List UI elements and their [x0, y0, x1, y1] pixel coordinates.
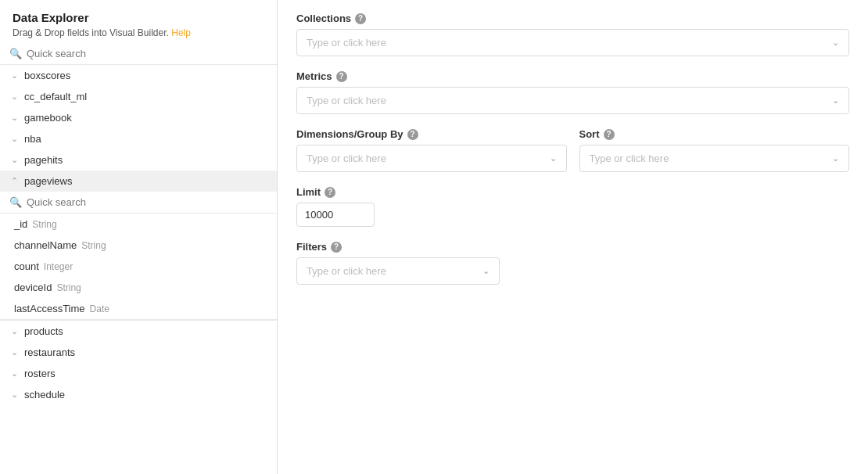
chevron-icon: ⌄ — [11, 70, 18, 81]
field-name: channelName — [14, 239, 77, 251]
field-row-count[interactable]: count Integer — [0, 256, 277, 277]
metrics-placeholder: Type or click here — [307, 95, 386, 106]
tree-item-label: rosters — [24, 368, 56, 379]
collections-placeholder: Type or click here — [307, 37, 386, 48]
field-type: String — [32, 219, 56, 230]
field-type: String — [56, 282, 81, 293]
chevron-icon: ⌄ — [11, 113, 18, 123]
quick-search-1-bar: 🔍 — [0, 43, 277, 65]
chevron-down-icon: ⌄ — [832, 95, 839, 106]
dimensions-dropdown[interactable]: Type or click here ⌄ — [296, 145, 567, 172]
collections-section: Collections ? Type or click here ⌄ — [296, 13, 849, 56]
panel-header: Data Explorer Drag & Drop fields into Vi… — [0, 0, 277, 43]
tree-item-gamebook[interactable]: ⌄ gamebook — [0, 107, 277, 128]
dimensions-help-icon[interactable]: ? — [407, 129, 418, 140]
collections-dropdown[interactable]: Type or click here ⌄ — [296, 29, 849, 56]
chevron-down-icon: ⌄ — [482, 266, 490, 276]
tree-item-label: products — [24, 325, 63, 337]
collections-label: Collections ? — [296, 13, 849, 24]
chevron-icon: ⌄ — [11, 326, 18, 336]
chevron-icon: ⌃ — [11, 176, 18, 186]
tree-item-label: pagehits — [24, 154, 63, 166]
field-type: Integer — [44, 261, 73, 272]
limit-section: Limit ? — [296, 186, 849, 227]
chevron-icon: ⌄ — [11, 347, 18, 357]
quick-search-input-1[interactable] — [27, 48, 267, 59]
field-name: _id — [14, 218, 27, 230]
metrics-dropdown[interactable]: Type or click here ⌄ — [296, 87, 849, 114]
field-type: Date — [90, 303, 109, 314]
field-name: lastAccessTime — [14, 303, 85, 314]
search-icon-2: 🔍 — [9, 196, 22, 208]
field-row-id[interactable]: _id String — [0, 214, 277, 235]
metrics-help-icon[interactable]: ? — [336, 71, 347, 82]
chevron-icon: ⌄ — [11, 134, 18, 144]
search-icon-1: 🔍 — [9, 48, 22, 59]
filters-help-icon[interactable]: ? — [331, 242, 342, 253]
tree-item-cc-default-ml[interactable]: ⌄ cc_default_ml — [0, 86, 277, 107]
metrics-section: Metrics ? Type or click here ⌄ — [296, 70, 849, 114]
tree-item-label: gamebook — [24, 112, 72, 124]
limit-help-icon[interactable]: ? — [325, 187, 335, 198]
chevron-icon: ⌄ — [11, 155, 18, 165]
tree-item-restaurants[interactable]: ⌄ restaurants — [0, 342, 277, 363]
tree-item-pagehits[interactable]: ⌄ pagehits — [0, 149, 277, 171]
metrics-label: Metrics ? — [296, 70, 849, 82]
dimensions-sort-row: Dimensions/Group By ? Type or click here… — [296, 128, 849, 172]
tree-item-label: pageviews — [24, 175, 72, 187]
chevron-icon: ⌄ — [11, 390, 18, 400]
field-type: String — [81, 240, 106, 251]
field-name: count — [14, 260, 39, 272]
tree-item-products[interactable]: ⌄ products — [0, 321, 277, 342]
chevron-icon: ⌄ — [11, 92, 18, 102]
chevron-icon: ⌄ — [11, 368, 18, 379]
tree-list: ⌄ boxscores ⌄ cc_default_ml ⌄ gamebook ⌄… — [0, 65, 277, 474]
field-name: deviceId — [14, 282, 52, 293]
sort-help-icon[interactable]: ? — [604, 129, 615, 140]
left-panel: Data Explorer Drag & Drop fields into Vi… — [0, 0, 278, 474]
dimensions-placeholder: Type or click here — [307, 153, 386, 164]
tree-item-boxscores[interactable]: ⌄ boxscores — [0, 65, 277, 86]
quick-search-input-2[interactable] — [27, 196, 267, 208]
tree-item-label: boxscores — [24, 70, 70, 81]
quick-search-2-bar: 🔍 — [0, 192, 277, 214]
tree-item-label: nba — [24, 133, 41, 145]
sort-col: Sort ? Type or click here ⌄ — [579, 128, 850, 172]
tree-item-schedule[interactable]: ⌄ schedule — [0, 384, 277, 405]
tree-item-label: restaurants — [24, 347, 75, 358]
tree-item-label: cc_default_ml — [24, 91, 87, 102]
panel-title: Data Explorer — [13, 11, 264, 24]
dimensions-col: Dimensions/Group By ? Type or click here… — [296, 128, 567, 172]
field-row-deviceid[interactable]: deviceId String — [0, 277, 277, 298]
filters-placeholder: Type or click here — [307, 265, 386, 277]
help-link[interactable]: Help — [171, 27, 191, 38]
filters-label: Filters ? — [296, 241, 849, 253]
tree-item-nba[interactable]: ⌄ nba — [0, 128, 277, 149]
sort-placeholder: Type or click here — [590, 153, 669, 164]
field-list: _id String channelName String count Inte… — [0, 214, 277, 320]
collections-help-icon[interactable]: ? — [355, 13, 366, 24]
right-panel: Collections ? Type or click here ⌄ Metri… — [278, 0, 868, 474]
tree-item-pageviews[interactable]: ⌃ pageviews — [0, 171, 277, 192]
field-row-lastaccesstime[interactable]: lastAccessTime Date — [0, 298, 277, 319]
sort-label: Sort ? — [579, 128, 850, 140]
dimensions-label: Dimensions/Group By ? — [296, 128, 567, 140]
limit-input[interactable] — [296, 203, 375, 227]
tree-item-rosters[interactable]: ⌄ rosters — [0, 363, 277, 384]
filters-section: Filters ? Type or click here ⌄ — [296, 241, 849, 285]
panel-subtitle: Drag & Drop fields into Visual Builder. … — [13, 27, 264, 38]
limit-label: Limit ? — [296, 186, 849, 198]
dimensions-sort-section: Dimensions/Group By ? Type or click here… — [296, 128, 849, 172]
chevron-down-icon: ⌄ — [832, 38, 839, 48]
tree-item-label: schedule — [24, 389, 65, 400]
chevron-down-icon: ⌄ — [832, 153, 839, 163]
filters-dropdown[interactable]: Type or click here ⌄ — [296, 257, 500, 285]
chevron-down-icon: ⌄ — [550, 153, 557, 163]
sort-dropdown[interactable]: Type or click here ⌄ — [579, 145, 850, 172]
field-row-channelname[interactable]: channelName String — [0, 235, 277, 256]
